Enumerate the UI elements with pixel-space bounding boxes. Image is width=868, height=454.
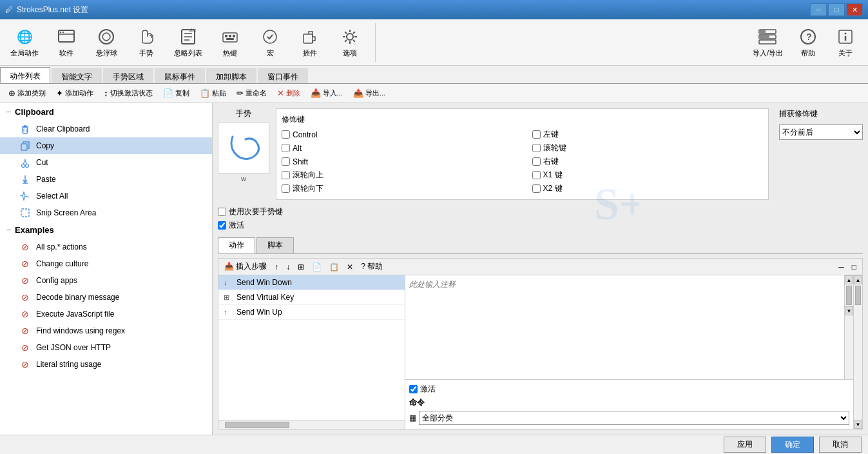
toolbar-macro[interactable]: 宏 xyxy=(253,24,287,61)
steps-h-scrollbar-thumb[interactable] xyxy=(225,422,289,428)
modifier-control[interactable]: Control xyxy=(282,129,513,140)
toolbar-software[interactable]: 软件 xyxy=(49,24,84,61)
step-item-win-down[interactable]: ↓ Send Win Down xyxy=(218,275,405,290)
close-button[interactable]: ✕ xyxy=(846,3,863,16)
tab-gesture-area[interactable]: 手势区域 xyxy=(103,68,153,83)
x2-key-checkbox[interactable] xyxy=(532,184,541,193)
cmd-select[interactable]: 全部分类 xyxy=(419,411,849,425)
copy-step-btn[interactable]: 📄 xyxy=(309,261,325,273)
clipboard-group-header[interactable]: ─ Clipboard xyxy=(0,103,212,121)
scroll-up-checkbox[interactable] xyxy=(282,171,290,179)
left-key-checkbox[interactable] xyxy=(532,130,541,139)
add-action-btn[interactable]: ✦ 添加动作 xyxy=(52,86,98,100)
far-scroll-up[interactable]: ▲ xyxy=(854,275,862,284)
import-btn[interactable]: 📥 导入... xyxy=(306,86,347,100)
modifier-scroll-up[interactable]: 滚轮向上 xyxy=(282,170,513,181)
apply-button[interactable]: 应用 xyxy=(724,437,766,453)
step-item-virtual-key[interactable]: ⊞ Send Virtual Key xyxy=(218,290,405,305)
toolbar-options[interactable]: 选项 xyxy=(333,24,367,61)
tab-action-list[interactable]: 动作列表 xyxy=(0,67,50,83)
toolbar-ignore-list[interactable]: abc 忽略列表 xyxy=(169,24,207,61)
activate-row[interactable]: 激活 xyxy=(218,220,863,231)
toolbar-hover-ball[interactable]: 悬浮球 xyxy=(89,24,124,61)
modifier-x2-key[interactable]: X2 键 xyxy=(532,183,764,194)
modifier-alt[interactable]: Alt xyxy=(282,143,513,153)
activate-checkbox[interactable] xyxy=(218,221,226,230)
notes-textarea[interactable] xyxy=(405,275,844,379)
toolbar-import-export[interactable]: 导入/导出 xyxy=(747,24,788,61)
far-scroll-thumb[interactable] xyxy=(855,286,861,305)
toggle-active-btn[interactable]: ↕ 切换激活状态 xyxy=(99,86,157,100)
tab-unload-script[interactable]: 加卸脚本 xyxy=(206,68,256,83)
capture-select[interactable]: 不分前后 按前 按后 xyxy=(779,124,863,140)
alt-checkbox[interactable] xyxy=(282,144,290,152)
use-gesture-key-checkbox[interactable] xyxy=(218,208,226,216)
notes-scroll-thumb[interactable] xyxy=(846,286,852,305)
step3-btn[interactable]: ⊞ xyxy=(294,261,307,273)
modifier-x1-key[interactable]: X1 键 xyxy=(532,170,764,181)
list-item-copy[interactable]: Copy xyxy=(0,137,212,154)
delete-btn[interactable]: ✕ 删除 xyxy=(273,86,305,100)
tab-script[interactable]: 脚本 xyxy=(256,237,294,253)
far-scroll-down[interactable]: ▼ xyxy=(854,420,862,429)
notes-scroll-down[interactable]: ▼ xyxy=(845,306,853,315)
modifier-scroll-down[interactable]: 滚轮向下 xyxy=(282,183,513,194)
list-item-execute-js[interactable]: ⊘ Execute JavaScript file xyxy=(0,306,212,322)
list-item-all-sp-actions[interactable]: ⊘ All sp.* actions xyxy=(0,239,212,255)
modifier-shift[interactable]: Shift xyxy=(282,156,513,167)
right-key-checkbox[interactable] xyxy=(532,157,541,166)
cmd-activate-checkbox[interactable] xyxy=(409,385,418,393)
rename-btn[interactable]: ✏ 重命名 xyxy=(232,86,271,100)
help-step-btn[interactable]: ? 帮助 xyxy=(358,260,386,273)
tab-mouse-event[interactable]: 鼠标事件 xyxy=(155,68,205,83)
list-item-clear-clipboard[interactable]: Clear Clipboard xyxy=(0,121,212,137)
paste-step-btn[interactable]: 📋 xyxy=(326,261,342,273)
maximize-button[interactable]: □ xyxy=(828,3,845,16)
toolbar-gesture[interactable]: 手势 xyxy=(129,24,164,61)
cmd-activate-row[interactable]: 激活 xyxy=(409,384,849,395)
list-item-select-all[interactable]: Select All xyxy=(0,188,212,204)
list-item-config-apps[interactable]: ⊘ Config apps xyxy=(0,272,212,289)
paste-btn[interactable]: 📋 粘贴 xyxy=(195,86,231,100)
copy-btn[interactable]: 📄 复制 xyxy=(159,86,194,100)
toolbar-about[interactable]: 关于 xyxy=(828,24,863,61)
add-category-btn[interactable]: ⊕ 添加类别 xyxy=(4,86,50,100)
move-up-btn[interactable]: ↑ xyxy=(271,261,282,273)
scroll-down-checkbox[interactable] xyxy=(282,184,290,193)
expand-btn[interactable]: □ xyxy=(849,261,860,273)
list-item-find-windows-regex[interactable]: ⊘ Find windows using regex xyxy=(0,322,212,339)
examples-group-header[interactable]: ─ Examples xyxy=(0,221,212,239)
list-item-literal-string[interactable]: ⊘ Literal string usage xyxy=(0,356,212,373)
modifier-scroll-key[interactable]: 滚轮键 xyxy=(532,143,764,153)
list-item-snip-screen[interactable]: Snip Screen Area xyxy=(0,204,212,221)
scroll-key-checkbox[interactable] xyxy=(532,144,541,152)
tab-action[interactable]: 动作 xyxy=(218,237,255,253)
move-down-btn[interactable]: ↓ xyxy=(283,261,293,273)
modifier-right-key[interactable]: 右键 xyxy=(532,156,764,167)
list-item-change-culture[interactable]: ⊘ Change culture xyxy=(0,255,212,272)
tab-smart-text[interactable]: 智能文字 xyxy=(52,68,102,83)
list-item-get-json-http[interactable]: ⊘ Get JSON over HTTP xyxy=(0,339,212,356)
control-checkbox[interactable] xyxy=(282,130,290,139)
toolbar-plugin[interactable]: 插件 xyxy=(293,24,327,61)
list-item-decode-binary[interactable]: ⊘ Decode binary message xyxy=(0,289,212,306)
toolbar-help[interactable]: ? 帮助 xyxy=(791,24,825,61)
shift-checkbox[interactable] xyxy=(282,157,290,166)
use-gesture-key-row[interactable]: 使用次要手势键 xyxy=(218,206,863,217)
step-item-win-up[interactable]: ↑ Send Win Up xyxy=(218,305,405,320)
cancel-button[interactable]: 取消 xyxy=(819,437,862,453)
toolbar-hotkey[interactable]: 热键 xyxy=(213,24,247,61)
x1-key-checkbox[interactable] xyxy=(532,171,541,179)
tab-window-event[interactable]: 窗口事件 xyxy=(258,68,308,83)
ok-button[interactable]: 确定 xyxy=(771,437,814,453)
export-btn[interactable]: 📤 导出... xyxy=(349,86,390,100)
modifier-left-key[interactable]: 左键 xyxy=(532,129,764,140)
collapse-btn[interactable]: ─ xyxy=(835,261,847,273)
notes-scroll-up[interactable]: ▲ xyxy=(845,275,853,284)
insert-step-btn[interactable]: 📥 插入步骤 xyxy=(221,260,270,273)
minimize-button[interactable]: ─ xyxy=(810,3,827,16)
delete-step-btn[interactable]: ✕ xyxy=(343,261,356,273)
list-item-paste[interactable]: Paste xyxy=(0,171,212,188)
list-item-cut[interactable]: Cut xyxy=(0,154,212,171)
toolbar-global-action[interactable]: 🌐 全局动作 xyxy=(5,24,44,61)
